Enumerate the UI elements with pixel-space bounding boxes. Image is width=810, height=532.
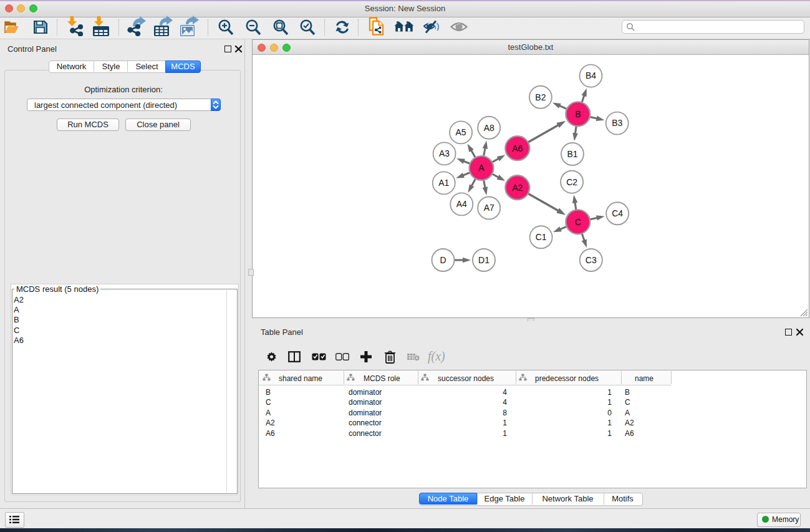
svg-text:C1: C1	[536, 232, 547, 242]
svg-text:A3: A3	[439, 148, 450, 158]
svg-text:A2: A2	[512, 183, 523, 193]
svg-text:B2: B2	[535, 92, 546, 102]
svg-text:A8: A8	[484, 123, 494, 133]
svg-text:B: B	[575, 109, 581, 119]
svg-text:D: D	[440, 255, 446, 265]
svg-text:C: C	[575, 217, 581, 227]
svg-text:A6: A6	[512, 143, 523, 153]
svg-text:A: A	[478, 163, 485, 173]
svg-text:C4: C4	[612, 208, 623, 218]
svg-text:B3: B3	[612, 118, 622, 128]
svg-text:D1: D1	[478, 255, 489, 265]
svg-text:A4: A4	[456, 199, 467, 209]
svg-text:C2: C2	[566, 177, 577, 187]
svg-text:C3: C3	[586, 255, 597, 265]
svg-text:A7: A7	[484, 203, 494, 213]
svg-text:A5: A5	[456, 127, 466, 137]
svg-text:A1: A1	[438, 178, 449, 188]
svg-text:B4: B4	[586, 70, 596, 80]
svg-text:B1: B1	[567, 149, 577, 159]
